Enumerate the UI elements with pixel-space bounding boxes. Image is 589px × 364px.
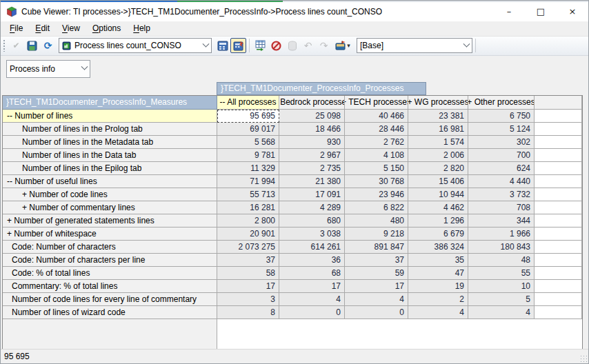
menu-options[interactable]: Options	[86, 22, 127, 34]
data-cell[interactable]: 19	[408, 280, 468, 293]
minimize-button[interactable]: –	[493, 2, 525, 21]
menu-file[interactable]: File	[3, 22, 29, 34]
column-header[interactable]: + WG processes	[408, 96, 468, 110]
data-cell[interactable]: 23 946	[345, 188, 408, 201]
data-cell[interactable]: 55 713	[217, 188, 279, 201]
data-cell[interactable]: 17	[345, 280, 408, 293]
data-cell[interactable]: 5	[468, 293, 535, 306]
data-cell[interactable]: 6 679	[408, 228, 468, 241]
data-cell[interactable]: 4	[468, 306, 535, 319]
data-cell[interactable]: 23 381	[408, 110, 468, 123]
menu-edit[interactable]: Edit	[29, 22, 56, 34]
data-cell[interactable]: 10 944	[408, 188, 468, 201]
column-dimension-header[interactable]: }TECH_TM1Documenter_ProcessInfo_Processe…	[217, 82, 426, 95]
data-cell[interactable]: 4	[408, 306, 468, 319]
data-cell[interactable]: 35	[408, 254, 468, 267]
data-cell-empty[interactable]	[535, 175, 582, 188]
export-button[interactable]	[252, 38, 268, 53]
data-cell-empty[interactable]	[535, 293, 582, 306]
data-cell[interactable]: 3	[217, 293, 279, 306]
data-cell-empty[interactable]	[535, 228, 582, 241]
data-cell[interactable]: 2 006	[408, 149, 468, 162]
data-cell[interactable]: 40 466	[345, 110, 408, 123]
data-cell[interactable]: 2 820	[408, 162, 468, 175]
data-cell-empty[interactable]	[535, 123, 582, 136]
data-cell[interactable]: 480	[345, 214, 408, 228]
data-cell[interactable]: 8	[217, 306, 279, 319]
confirm-button[interactable]: ✔	[8, 38, 24, 53]
data-cell[interactable]: 2 967	[279, 149, 345, 162]
data-cell[interactable]: 10	[468, 280, 535, 293]
row-header[interactable]: Code: Number of characters	[3, 241, 217, 254]
data-cell[interactable]: 4 108	[345, 149, 408, 162]
data-cell[interactable]: 48	[468, 254, 535, 267]
data-cell-empty[interactable]	[535, 149, 582, 162]
data-cell[interactable]: 3 038	[279, 228, 345, 241]
data-cell[interactable]: 18 466	[279, 123, 345, 136]
data-cell[interactable]: 2 073 275	[217, 241, 279, 254]
data-cell[interactable]: 58	[217, 267, 279, 280]
data-cell[interactable]: 68	[279, 267, 345, 280]
row-header[interactable]: Number of lines in the Metadata tab	[3, 136, 217, 149]
data-cell-empty[interactable]	[535, 188, 582, 201]
data-cell-empty[interactable]	[535, 162, 582, 175]
row-header[interactable]: Number of lines of wizard code	[3, 306, 217, 319]
column-header[interactable]: + Bedrock processes	[279, 96, 345, 110]
data-cell[interactable]: 344	[468, 214, 535, 228]
row-header[interactable]: Number of lines in the Data tab	[3, 149, 217, 162]
data-cell[interactable]: 930	[279, 136, 345, 149]
data-cell[interactable]: 891 847	[345, 241, 408, 254]
data-cell-empty[interactable]	[535, 306, 582, 319]
view-selector[interactable]: Process lines count_CONSO	[59, 38, 212, 53]
data-cell[interactable]: 21 380	[279, 175, 345, 188]
data-cell[interactable]: 1 966	[468, 228, 535, 241]
sandbox-selector[interactable]: [Base]	[357, 38, 472, 53]
data-cell[interactable]: 180 843	[468, 241, 535, 254]
data-cell[interactable]: 700	[468, 149, 535, 162]
data-cell[interactable]: 17 091	[279, 188, 345, 201]
data-cell[interactable]: 5 568	[217, 136, 279, 149]
data-cell[interactable]: 37	[345, 254, 408, 267]
data-cell[interactable]: 16 281	[217, 201, 279, 214]
data-cell[interactable]: 2	[408, 293, 468, 306]
data-cell[interactable]: 1 296	[408, 214, 468, 228]
data-cell[interactable]: 4 462	[408, 201, 468, 214]
data-cell[interactable]: 708	[468, 201, 535, 214]
resize-grip[interactable]	[580, 355, 587, 362]
data-cell-empty[interactable]	[535, 110, 582, 123]
data-cell[interactable]: 4	[279, 293, 345, 306]
data-cell[interactable]: 30 768	[345, 175, 408, 188]
auto-recalculate-button[interactable]	[230, 38, 246, 53]
row-header[interactable]: + Number of commentary lines	[3, 201, 217, 214]
redo-button[interactable]: ↷	[316, 38, 332, 53]
data-cell[interactable]: 55	[468, 267, 535, 280]
data-cell[interactable]: 614 261	[279, 241, 345, 254]
context-selector[interactable]: Process info	[6, 60, 90, 78]
data-cell[interactable]: 17	[279, 280, 345, 293]
data-cell[interactable]: 15 406	[408, 175, 468, 188]
row-header[interactable]: -- Number of useful lines	[3, 175, 217, 188]
data-cell[interactable]: 4 289	[279, 201, 345, 214]
data-cell[interactable]: 302	[468, 136, 535, 149]
row-header[interactable]: Number of lines in the Epilog tab	[3, 162, 217, 175]
data-cell[interactable]: 71 994	[217, 175, 279, 188]
data-cell[interactable]: 95 695	[217, 110, 279, 123]
data-cell[interactable]: 11 329	[217, 162, 279, 175]
undo-button[interactable]: ↶	[300, 38, 316, 53]
save-view-button[interactable]	[24, 38, 40, 53]
column-header[interactable]: -- All processes	[217, 96, 279, 110]
data-cell[interactable]: 9 218	[345, 228, 408, 241]
data-cell[interactable]: 17	[217, 280, 279, 293]
data-cell[interactable]: 28 446	[345, 123, 408, 136]
menu-help[interactable]: Help	[127, 22, 157, 34]
data-cell[interactable]: 624	[468, 162, 535, 175]
data-cell[interactable]: 69 017	[217, 123, 279, 136]
close-button[interactable]: ×	[557, 2, 588, 21]
data-cell[interactable]: 37	[217, 254, 279, 267]
data-cell[interactable]: 4 440	[468, 175, 535, 188]
data-cell[interactable]: 5 150	[345, 162, 408, 175]
data-cell[interactable]: 680	[279, 214, 345, 228]
cancel-button[interactable]	[268, 38, 284, 53]
title-bar[interactable]: Cube Viewer: TI processes->}TECH_TM1Docu…	[1, 2, 588, 21]
data-cell-empty[interactable]	[535, 267, 582, 280]
